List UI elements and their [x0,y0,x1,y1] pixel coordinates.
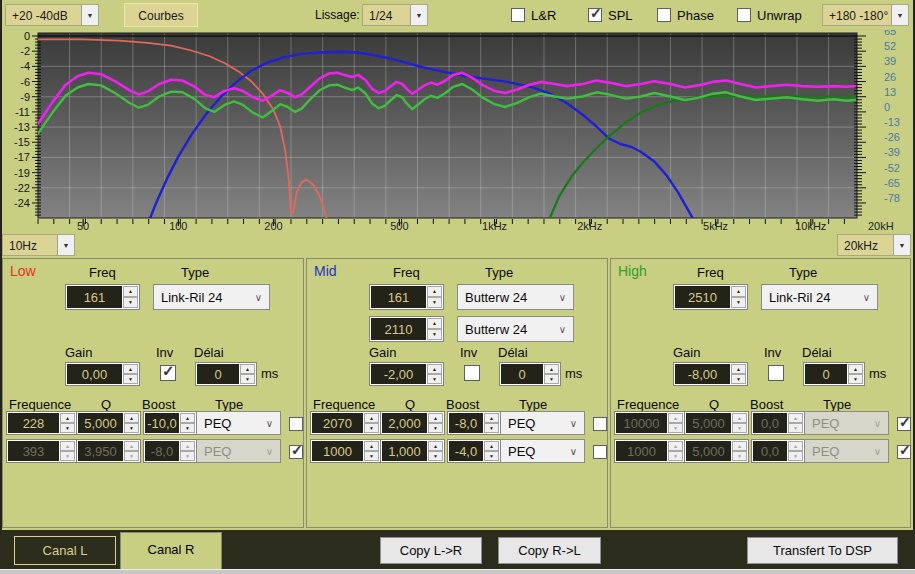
peq-type-select[interactable]: PEQ∨ [196,439,281,463]
down-arrow-icon[interactable]: ▼ [848,374,863,384]
spinner-arrows[interactable]: ▲▼ [427,318,442,340]
down-arrow-icon[interactable]: ▼ [668,451,683,461]
down-arrow-icon[interactable]: ▼ [427,374,442,384]
dropdown-arrow-icon[interactable]: ▼ [410,5,427,25]
up-arrow-icon[interactable]: ▲ [364,441,379,451]
up-arrow-icon[interactable]: ▲ [788,413,803,423]
peq-q-value[interactable]: 3,950 [78,441,123,461]
peq-freq-spinner[interactable]: 393▲▼ [6,439,77,463]
spinner-arrows[interactable]: ▲▼ [427,286,442,308]
canal-r-tab[interactable]: Canal R [120,532,222,570]
peq-boost-value[interactable]: -8,0 [145,441,179,461]
down-arrow-icon[interactable]: ▼ [428,423,443,433]
peq-freq-value[interactable]: 1000 [312,441,363,461]
peq-type-select[interactable]: PEQ∨ [500,439,585,463]
down-arrow-icon[interactable]: ▼ [484,423,499,433]
down-arrow-icon[interactable]: ▼ [180,423,195,433]
peq-freq-value[interactable]: 393 [8,441,59,461]
mid-xover-type1-select[interactable]: Butterw 24 ∨ [457,284,574,310]
peq-q-value[interactable]: 5,000 [686,413,731,433]
peq-boost-value[interactable]: -4,0 [449,441,483,461]
up-arrow-icon[interactable]: ▲ [668,413,683,423]
up-arrow-icon[interactable]: ▲ [732,413,747,423]
peq-boost-spinner[interactable]: 0,0▲▼ [751,439,805,463]
down-arrow-icon[interactable]: ▼ [788,423,803,433]
down-arrow-icon[interactable]: ▼ [427,297,442,308]
peq-freq-value[interactable]: 2070 [312,413,363,433]
freq-range-end-select[interactable]: 20kHz ▼ [837,234,911,256]
unwrap-checkbox[interactable] [737,8,751,22]
low-xover-freq-spinner[interactable]: 161 ▲▼ [65,284,140,310]
low-inv-checkbox[interactable] [160,365,176,381]
dropdown-arrow-icon[interactable]: ▼ [891,5,908,25]
courbes-button[interactable]: Courbes [124,3,198,27]
spinner-arrows[interactable]: ▲▼ [848,364,863,384]
peq-q-spinner[interactable]: 2,000▲▼ [380,411,445,435]
transfer-to-dsp-button[interactable]: Transfert To DSP [747,537,898,564]
up-arrow-icon[interactable]: ▲ [428,441,443,451]
spinner-arrows[interactable]: ▲▼ [180,413,195,433]
down-arrow-icon[interactable]: ▼ [544,374,559,384]
peq-q-spinner[interactable]: 5,000▲▼ [684,439,749,463]
mid-xover-freq2-spinner[interactable]: 2110 ▲▼ [369,316,444,342]
spinner-arrows[interactable]: ▲▼ [731,364,746,384]
db-range-select[interactable]: +20 -40dB ▼ [5,4,99,26]
down-arrow-icon[interactable]: ▼ [60,423,75,433]
down-arrow-icon[interactable]: ▼ [731,297,746,308]
down-arrow-icon[interactable]: ▼ [668,423,683,433]
spinner-arrows[interactable]: ▲▼ [428,413,443,433]
freq-range-start-select[interactable]: 10Hz ▼ [2,234,75,256]
spinner-arrows[interactable]: ▲▼ [60,441,75,461]
peq-q-spinner[interactable]: 5,000▲▼ [684,411,749,435]
peq-type-select[interactable]: PEQ∨ [500,411,585,435]
spinner-arrows[interactable]: ▲▼ [788,441,803,461]
peq-freq-spinner[interactable]: 1000▲▼ [310,439,381,463]
down-arrow-icon[interactable]: ▼ [180,451,195,461]
up-arrow-icon[interactable]: ▲ [731,364,746,374]
up-arrow-icon[interactable]: ▲ [60,413,75,423]
peq-boost-value[interactable]: 0,0 [753,413,787,433]
mid-delay-spinner[interactable]: 0 ▲▼ [499,362,561,386]
up-arrow-icon[interactable]: ▲ [123,286,138,297]
up-arrow-icon[interactable]: ▲ [180,441,195,451]
peq-q-spinner[interactable]: 3,950▲▼ [76,439,141,463]
peq-boost-value[interactable]: -10,0 [145,413,179,433]
peq-bypass-checkbox[interactable] [593,445,607,459]
spinner-arrows[interactable]: ▲▼ [123,286,138,308]
down-arrow-icon[interactable]: ▼ [123,374,138,384]
down-arrow-icon[interactable]: ▼ [364,451,379,461]
peq-boost-value[interactable]: -8,0 [449,413,483,433]
peq-q-spinner[interactable]: 5,000▲▼ [76,411,141,435]
high-delay-value[interactable]: 0 [805,364,847,384]
up-arrow-icon[interactable]: ▲ [240,364,255,374]
up-arrow-icon[interactable]: ▲ [544,364,559,374]
down-arrow-icon[interactable]: ▼ [732,451,747,461]
up-arrow-icon[interactable]: ▲ [124,413,139,423]
spinner-arrows[interactable]: ▲▼ [240,364,255,384]
high-delay-spinner[interactable]: 0 ▲▼ [803,362,865,386]
up-arrow-icon[interactable]: ▲ [668,441,683,451]
up-arrow-icon[interactable]: ▲ [124,441,139,451]
spinner-arrows[interactable]: ▲▼ [732,441,747,461]
mid-xover-freq1-spinner[interactable]: 161 ▲▼ [369,284,444,310]
copy-r-to-l-button[interactable]: Copy R->L [498,537,601,564]
peq-q-value[interactable]: 5,000 [686,441,731,461]
phase-checkbox[interactable] [657,8,671,22]
peq-bypass-checkbox[interactable] [289,445,303,459]
up-arrow-icon[interactable]: ▲ [484,441,499,451]
low-gain-value[interactable]: 0,00 [67,364,122,384]
down-arrow-icon[interactable]: ▼ [60,451,75,461]
peq-boost-spinner[interactable]: -4,0▲▼ [447,439,501,463]
spl-checkbox[interactable] [588,8,602,22]
up-arrow-icon[interactable]: ▲ [484,413,499,423]
dropdown-arrow-icon[interactable]: ▼ [57,235,74,255]
up-arrow-icon[interactable]: ▲ [60,441,75,451]
canal-l-tab[interactable]: Canal L [14,536,116,565]
up-arrow-icon[interactable]: ▲ [428,413,443,423]
up-arrow-icon[interactable]: ▲ [427,318,442,329]
down-arrow-icon[interactable]: ▼ [731,374,746,384]
up-arrow-icon[interactable]: ▲ [364,413,379,423]
down-arrow-icon[interactable]: ▼ [124,423,139,433]
high-xover-type-select[interactable]: Link-Ril 24 ∨ [761,284,878,310]
peq-boost-spinner[interactable]: -8,0▲▼ [447,411,501,435]
